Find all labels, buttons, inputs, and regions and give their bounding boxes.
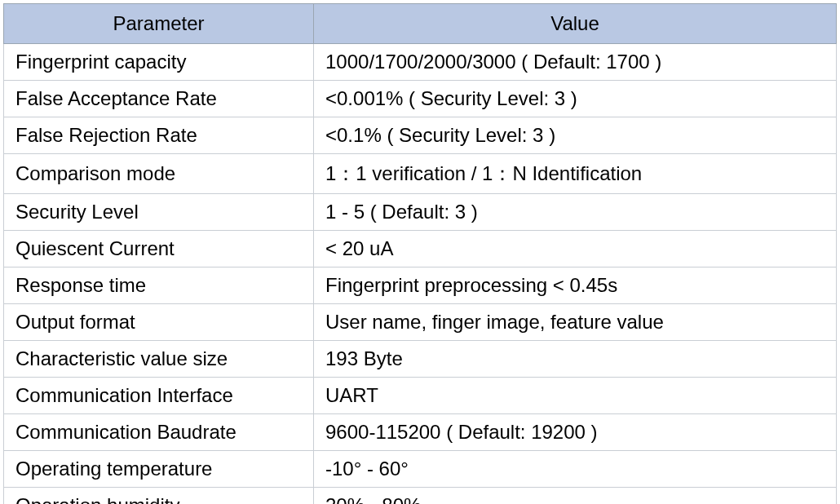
cell-value: 193 Byte <box>314 341 837 378</box>
cell-parameter: Security Level <box>4 194 314 231</box>
table-row: Fingerprint capacity 1000/1700/2000/3000… <box>4 44 837 81</box>
header-value: Value <box>314 4 837 44</box>
cell-value: UART <box>314 378 837 414</box>
table-row: Communication Baudrate 9600-115200 ( Def… <box>4 414 837 451</box>
cell-value: 20% - 80% <box>314 488 837 505</box>
cell-value: User name, finger image, feature value <box>314 304 837 341</box>
cell-value: -10° - 60° <box>314 451 837 488</box>
table-row: False Rejection Rate <0.1% ( Security Le… <box>4 117 837 154</box>
table-row: False Acceptance Rate <0.001% ( Security… <box>4 81 837 117</box>
cell-value: 1：1 verification / 1：N Identification <box>314 154 837 194</box>
cell-parameter: Quiescent Current <box>4 231 314 267</box>
cell-value: <0.001% ( Security Level: 3 ) <box>314 81 837 117</box>
cell-parameter: Characteristic value size <box>4 341 314 378</box>
cell-value: <0.1% ( Security Level: 3 ) <box>314 117 837 154</box>
table-row: Characteristic value size 193 Byte <box>4 341 837 378</box>
cell-value: 9600-115200 ( Default: 19200 ) <box>314 414 837 451</box>
cell-value: < 20 uA <box>314 231 837 267</box>
table-row: Response time Fingerprint preprocessing … <box>4 267 837 304</box>
cell-parameter: Operation humidity <box>4 488 314 505</box>
cell-parameter: False Rejection Rate <box>4 117 314 154</box>
cell-parameter: Comparison mode <box>4 154 314 194</box>
cell-parameter: Fingerprint capacity <box>4 44 314 81</box>
table-row: Output format User name, finger image, f… <box>4 304 837 341</box>
table-row: Operating temperature -10° - 60° <box>4 451 837 488</box>
header-parameter: Parameter <box>4 4 314 44</box>
cell-parameter: Output format <box>4 304 314 341</box>
cell-value: 1 - 5 ( Default: 3 ) <box>314 194 837 231</box>
cell-value: Fingerprint preprocessing < 0.45s <box>314 267 837 304</box>
table-row: Operation humidity 20% - 80% <box>4 488 837 505</box>
table-row: Quiescent Current < 20 uA <box>4 231 837 267</box>
cell-value: 1000/1700/2000/3000 ( Default: 1700 ) <box>314 44 837 81</box>
cell-parameter: Communication Interface <box>4 378 314 414</box>
table-header-row: Parameter Value <box>4 4 837 44</box>
spec-table: Parameter Value Fingerprint capacity 100… <box>3 3 837 504</box>
table-row: Comparison mode 1：1 verification / 1：N I… <box>4 154 837 194</box>
table-row: Communication Interface UART <box>4 378 837 414</box>
cell-parameter: Operating temperature <box>4 451 314 488</box>
cell-parameter: False Acceptance Rate <box>4 81 314 117</box>
cell-parameter: Response time <box>4 267 314 304</box>
cell-parameter: Communication Baudrate <box>4 414 314 451</box>
table-row: Security Level 1 - 5 ( Default: 3 ) <box>4 194 837 231</box>
